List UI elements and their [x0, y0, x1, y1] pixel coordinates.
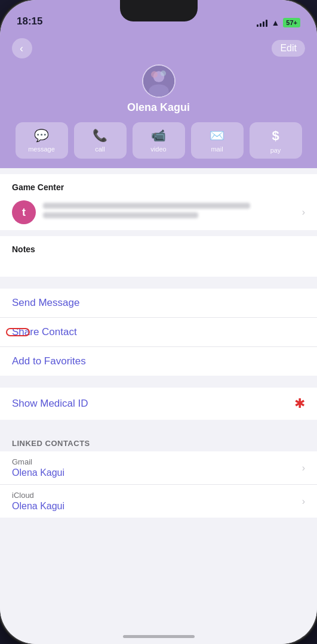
game-center-chevron-icon: › [302, 207, 305, 218]
avatar-placeholder [143, 66, 174, 97]
back-chevron-icon: ‹ [20, 42, 23, 55]
game-center-avatar: t [12, 200, 36, 224]
edit-button[interactable]: Edit [272, 40, 305, 57]
game-center-row[interactable]: t › [0, 194, 317, 230]
medical-id-row[interactable]: Show Medical ID ✱ [0, 388, 317, 420]
avatar-image [143, 64, 174, 98]
message-icon: 💬 [34, 128, 49, 143]
call-label: call [95, 145, 105, 153]
separator-1 [0, 168, 317, 174]
svg-point-3 [151, 71, 158, 78]
gmail-chevron-icon: › [302, 463, 305, 473]
home-indicator [123, 635, 195, 638]
notch [120, 0, 198, 21]
battery-icon: 57+ [283, 18, 300, 27]
share-contact-item[interactable]: Share Contact [0, 318, 317, 347]
separator-5 [0, 426, 317, 432]
blurred-text-2 [43, 212, 198, 218]
action-btn-message[interactable]: 💬 message [16, 122, 68, 159]
svg-point-4 [160, 70, 165, 76]
notes-label: Notes [12, 244, 305, 254]
game-center-avatar-letter: t [22, 206, 26, 219]
action-btn-pay[interactable]: $ pay [250, 122, 302, 159]
medical-id-text: Show Medical ID [12, 398, 88, 410]
add-favorites-text: Add to Favorites [12, 355, 86, 367]
linked-contact-gmail-source: Gmail [12, 457, 64, 466]
linked-contact-icloud-name: Olena Kagui [12, 501, 64, 512]
linked-contact-gmail-name: Olena Kagui [12, 467, 64, 478]
mail-icon: ✉️ [210, 128, 224, 143]
linked-contact-icloud-info: iCloud Olena Kagui [12, 491, 64, 512]
linked-contact-icloud-source: iCloud [12, 491, 64, 500]
bottom-padding [0, 518, 317, 535]
action-btn-video[interactable]: 📹 video [133, 122, 185, 159]
mail-label: mail [211, 145, 223, 153]
call-icon: 📞 [93, 128, 107, 143]
svg-point-2 [149, 85, 168, 98]
phone-frame: 18:15 ▲ 57+ ‹ Edit [0, 0, 317, 644]
status-bar: 18:15 ▲ 57+ [0, 0, 317, 32]
message-label: message [28, 145, 55, 153]
linked-contacts-section: Gmail Olena Kagui › iCloud Olena Kagui › [0, 451, 317, 518]
medical-star-icon: ✱ [294, 396, 305, 411]
linked-contact-icloud[interactable]: iCloud Olena Kagui › [0, 485, 317, 518]
action-btn-call[interactable]: 📞 call [74, 122, 127, 159]
avatar [142, 64, 176, 98]
video-icon: 📹 [151, 128, 166, 143]
video-label: video [150, 145, 166, 153]
signal-icon [257, 18, 267, 27]
separator-3 [0, 283, 317, 289]
pay-icon: $ [272, 128, 279, 144]
separator-2 [0, 230, 317, 236]
header-nav: ‹ Edit [12, 38, 305, 58]
wifi-icon: ▲ [271, 18, 279, 27]
back-button[interactable]: ‹ [12, 38, 32, 58]
send-message-text: Send Message [12, 297, 79, 309]
contact-name: Olena Kagui [127, 101, 190, 114]
status-icons: ▲ 57+ [257, 18, 300, 27]
share-contact-text: Share Contact [12, 326, 77, 338]
linked-contact-gmail-info: Gmail Olena Kagui [12, 457, 64, 478]
game-center-text [43, 203, 302, 222]
phone-screen: 18:15 ▲ 57+ ‹ Edit [0, 0, 317, 644]
icloud-chevron-icon: › [302, 496, 305, 507]
action-list: Send Message Share Contact Add to Favori… [0, 289, 317, 376]
scroll-content: Game Center t › Notes [0, 168, 317, 644]
game-center-section: Game Center t › [0, 174, 317, 230]
pay-label: pay [270, 147, 281, 154]
blurred-text-1 [43, 203, 250, 209]
linked-contacts-header: LINKED CONTACTS [0, 432, 317, 451]
send-message-item[interactable]: Send Message [0, 289, 317, 318]
separator-4 [0, 382, 317, 388]
contact-header: ‹ Edit Olena Kagui [0, 32, 317, 168]
game-center-label: Game Center [0, 174, 317, 194]
action-btn-mail[interactable]: ✉️ mail [191, 122, 244, 159]
add-favorites-item[interactable]: Add to Favorites [0, 347, 317, 376]
action-buttons: 💬 message 📞 call 📹 video ✉️ mail $ [12, 122, 305, 159]
linked-contact-gmail[interactable]: Gmail Olena Kagui › [0, 451, 317, 485]
notes-section: Notes [0, 236, 317, 277]
status-time: 18:15 [17, 16, 42, 27]
